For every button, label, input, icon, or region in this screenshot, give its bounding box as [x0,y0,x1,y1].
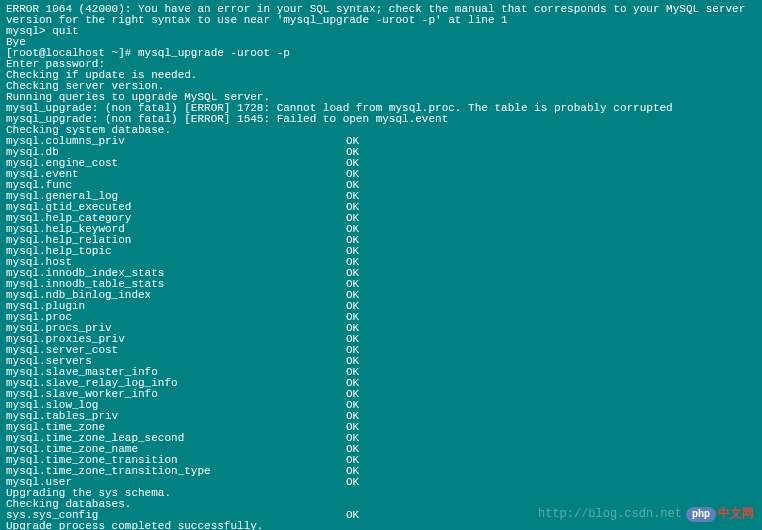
table-check-line: mysql.help_relationOK [6,235,756,246]
watermark-url: http://blog.csdn.net [538,509,682,520]
php-badge: php 中文网 [686,507,754,522]
table-status: OK [346,477,359,488]
table-check-line: mysql.slow_logOK [6,400,756,411]
php-cn-text: 中文网 [718,509,754,520]
table-check-line: mysql.pluginOK [6,301,756,312]
table-check-line: mysql.eventOK [6,169,756,180]
table-check-line: mysql.engine_costOK [6,158,756,169]
terminal-line: [root@localhost ~]# mysql_upgrade -uroot… [6,48,756,59]
terminal-line: version for the right syntax to use near… [6,15,756,26]
watermark: http://blog.csdn.net php 中文网 [538,507,754,522]
table-check-line: mysql.ndb_binlog_indexOK [6,290,756,301]
table-check-line: mysql.help_topicOK [6,246,756,257]
table-check-line: mysql.dbOK [6,147,756,158]
terminal-output: ERROR 1064 (42000): You have an error in… [6,4,756,530]
table-check-line: mysql.tables_privOK [6,411,756,422]
table-check-line: mysql.proxies_privOK [6,334,756,345]
table-check-line: mysql.server_costOK [6,345,756,356]
table-check-line: mysql.procOK [6,312,756,323]
table-check-line: mysql.time_zone_transition_typeOK [6,466,756,477]
table-status: OK [346,510,359,521]
php-pill: php [686,507,716,522]
terminal-line: mysql> quit [6,26,756,37]
table-check-line: mysql.columns_privOK [6,136,756,147]
table-check-line: mysql.funcOK [6,180,756,191]
table-check-line: mysql.slave_worker_infoOK [6,389,756,400]
terminal-line: Upgrade process completed successfully. [6,521,756,530]
